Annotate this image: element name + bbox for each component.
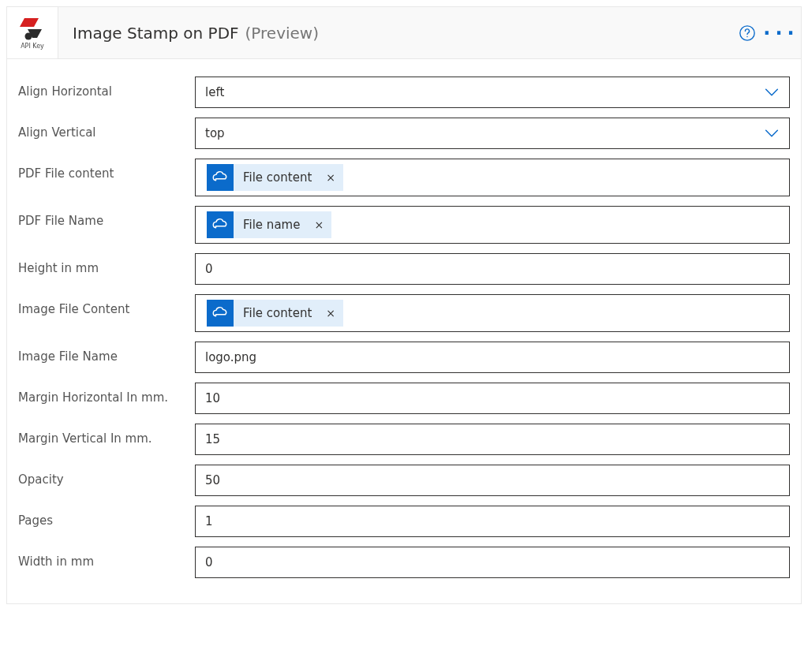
- pdf-file-content-input[interactable]: File content ×: [195, 159, 790, 196]
- pdf4me-icon: [17, 16, 48, 43]
- align-horizontal-value: left: [196, 85, 234, 99]
- help-icon[interactable]: [736, 22, 758, 44]
- svg-marker-0: [20, 18, 39, 27]
- connector-icon: API Key: [7, 7, 58, 58]
- dynamic-content-token[interactable]: File content ×: [207, 300, 343, 327]
- image-file-name-input[interactable]: [196, 342, 789, 372]
- label-margin-horizontal: Margin Horizontal In mm.: [18, 383, 195, 405]
- svg-point-2: [25, 33, 32, 40]
- label-opacity: Opacity: [18, 465, 195, 487]
- width-mm-input[interactable]: [196, 547, 789, 577]
- onedrive-icon: [207, 300, 234, 327]
- width-mm-field: [195, 547, 790, 578]
- action-card: API Key Image Stamp on PDF (Preview) ···…: [6, 6, 802, 604]
- label-align-horizontal: Align Horizontal: [18, 77, 195, 99]
- opacity-input[interactable]: [196, 465, 789, 495]
- label-pages: Pages: [18, 506, 195, 528]
- action-title-wrap: Image Stamp on PDF (Preview): [68, 24, 727, 43]
- label-margin-vertical: Margin Vertical In mm.: [18, 424, 195, 446]
- height-mm-field: [195, 253, 790, 285]
- chevron-down-icon: [762, 124, 781, 143]
- image-file-content-input[interactable]: File content ×: [195, 294, 790, 332]
- dynamic-content-token[interactable]: File content ×: [207, 164, 343, 191]
- margin-horizontal-field: [195, 383, 790, 414]
- align-vertical-select[interactable]: top: [195, 118, 790, 149]
- more-icon[interactable]: ···: [768, 22, 790, 44]
- action-preview-badge: (Preview): [245, 24, 319, 43]
- height-mm-input[interactable]: [196, 254, 789, 284]
- onedrive-icon: [207, 211, 234, 238]
- label-pdf-file-content: PDF File content: [18, 159, 195, 181]
- remove-token-icon[interactable]: ×: [306, 218, 331, 231]
- margin-vertical-input[interactable]: [196, 424, 789, 454]
- pdf-file-name-input[interactable]: File name ×: [195, 206, 790, 244]
- image-file-name-field: [195, 342, 790, 373]
- label-image-file-content: Image File Content: [18, 294, 195, 316]
- label-width-mm: Width in mm: [18, 547, 195, 569]
- token-label: File name: [234, 218, 306, 232]
- opacity-field: [195, 465, 790, 496]
- label-height-mm: Height in mm: [18, 253, 195, 275]
- card-header: API Key Image Stamp on PDF (Preview) ···: [7, 7, 801, 59]
- action-title: Image Stamp on PDF: [73, 24, 239, 43]
- margin-horizontal-input[interactable]: [196, 383, 789, 413]
- align-horizontal-select[interactable]: left: [195, 77, 790, 108]
- align-vertical-value: top: [196, 126, 234, 140]
- dynamic-content-token[interactable]: File name ×: [207, 211, 331, 238]
- card-body: Align Horizontal left Align Vertical top…: [7, 59, 801, 603]
- label-image-file-name: Image File Name: [18, 342, 195, 364]
- remove-token-icon[interactable]: ×: [318, 171, 343, 184]
- svg-point-4: [746, 35, 747, 36]
- pages-field: [195, 506, 790, 537]
- label-pdf-file-name: PDF File Name: [18, 206, 195, 228]
- onedrive-icon: [207, 164, 234, 191]
- margin-vertical-field: [195, 424, 790, 455]
- token-label: File content: [234, 306, 318, 320]
- chevron-down-icon: [762, 83, 781, 102]
- token-label: File content: [234, 170, 318, 185]
- connector-icon-label: API Key: [21, 43, 44, 50]
- remove-token-icon[interactable]: ×: [318, 307, 343, 319]
- label-align-vertical: Align Vertical: [18, 118, 195, 140]
- pages-input[interactable]: [196, 506, 789, 536]
